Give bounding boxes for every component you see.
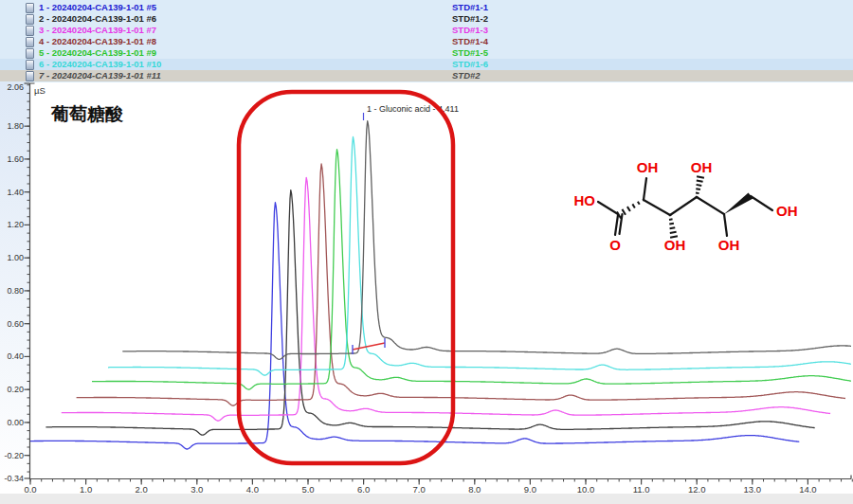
y-tick-label: 2.06 <box>7 82 24 92</box>
x-tick-label: 4.0 <box>246 484 259 495</box>
atom-label-carbonyl-o: O <box>609 237 621 253</box>
standard-label: STD#2 <box>452 70 481 81</box>
injection-legend: 1 - 20240204-CA139-1-01 #5STD#1-12 - 202… <box>0 0 853 84</box>
injection-label: 7 - 20240204-CA139-1-01 #11 <box>39 70 161 81</box>
x-tick-label: 10.0 <box>577 484 595 495</box>
y-tick-label: 1.20 <box>7 220 24 229</box>
hash-bond <box>696 192 699 193</box>
injection-icon <box>26 60 34 70</box>
injection-icon <box>26 26 34 36</box>
standard-label: STD#1-3 <box>452 25 488 36</box>
peak-label: 1 - Gluconic acid - 4.411 <box>367 104 459 114</box>
cn-compound-annotation: 葡萄糖酸 <box>50 104 124 124</box>
legend-row-7[interactable]: 7 - 20240204-CA139-1-01 #11STD#2 <box>0 70 853 81</box>
hash-bond <box>670 227 676 228</box>
injection-icon <box>26 37 34 47</box>
y-tick-label: 0.20 <box>7 385 24 394</box>
standard-label: STD#1-4 <box>452 36 488 47</box>
injection-label: 3 - 20240204-CA139-1-01 #7 <box>39 25 156 36</box>
injection-label: 2 - 20240204-CA139-1-01 #6 <box>39 13 156 25</box>
x-tick-label: 9.0 <box>524 484 536 495</box>
hash-bond <box>696 189 700 189</box>
atom-label-oh-c5: OH <box>718 237 740 253</box>
legend-row-5[interactable]: 5 - 20240204-CA139-1-01 #9STD#1-5 <box>0 47 853 59</box>
hash-bond <box>669 224 674 225</box>
standard-label: STD#1-5 <box>452 47 488 59</box>
chromatography-window: { "legend": { "background": "#dcebf8", "… <box>0 0 853 504</box>
x-tick-label: 14.0 <box>799 484 817 495</box>
legend-row-6[interactable]: 6 - 20240204-CA139-1-01 #10STD#1-6 <box>0 59 853 70</box>
y-tick-label: -0.34 <box>4 474 24 483</box>
y-tick-label: 1.40 <box>7 188 24 197</box>
injection-label: 4 - 20240204-CA139-1-01 #8 <box>39 36 156 47</box>
y-tick-label: 0.00 <box>7 418 24 427</box>
x-tick-label: 1.0 <box>80 484 92 495</box>
x-tick-label: 8.0 <box>468 484 481 495</box>
injection-label: 1 - 20240204-CA139-1-01 #5 <box>39 2 156 13</box>
hash-bond <box>669 219 673 220</box>
y-tick-label: 0.80 <box>7 286 24 296</box>
atom-label-oh-c4: OH <box>691 159 713 175</box>
injection-icon <box>26 71 34 81</box>
atom-label-oh-c3: OH <box>664 237 686 253</box>
legend-row-1[interactable]: 1 - 20240204-CA139-1-01 #5STD#1-1 <box>0 2 853 13</box>
injection-icon <box>26 48 34 59</box>
x-tick-label: 13.0 <box>744 484 762 495</box>
injection-icon <box>26 14 34 25</box>
standard-label: STD#1-1 <box>452 2 488 13</box>
x-tick-label: 0.0 <box>24 484 36 495</box>
hash-bond <box>697 181 703 182</box>
y-tick-label: 1.00 <box>7 253 24 262</box>
y-tick-label: 1.80 <box>7 121 24 131</box>
atom-label-oh-c2: OH <box>637 159 659 175</box>
injection-label: 6 - 20240204-CA139-1-01 #10 <box>39 59 161 70</box>
atom-label-ho: HO <box>574 192 596 208</box>
chromatogram-plot: 2.061.801.601.401.201.000.800.600.400.20… <box>0 82 853 504</box>
x-tick-label: 6.0 <box>357 484 370 495</box>
atom-label-oh-c6: OH <box>776 203 798 219</box>
hash-bond <box>697 185 702 186</box>
standard-label: STD#1-6 <box>452 59 488 70</box>
bottom-strip <box>0 494 853 504</box>
x-tick-label: 2.0 <box>136 484 148 495</box>
legend-row-3[interactable]: 3 - 20240204-CA139-1-01 #7STD#1-3 <box>0 25 853 36</box>
x-tick-label: 7.0 <box>413 484 426 495</box>
x-tick-label: 12.0 <box>688 484 706 495</box>
legend-row-4[interactable]: 4 - 20240204-CA139-1-01 #8STD#1-4 <box>0 36 853 47</box>
injection-icon <box>26 3 34 13</box>
standard-label: STD#1-2 <box>452 13 488 25</box>
hash-bond <box>670 232 677 233</box>
y-tick-label: -0.20 <box>4 451 24 460</box>
legend-row-2[interactable]: 2 - 20240204-CA139-1-01 #6STD#1-2 <box>0 13 853 25</box>
x-tick-label: 5.0 <box>301 484 314 495</box>
y-tick-label: 0.40 <box>7 351 24 361</box>
injection-label: 5 - 20240204-CA139-1-01 #9 <box>39 47 156 59</box>
x-tick-label: 11.0 <box>633 484 650 495</box>
y-tick-label: 1.60 <box>7 154 24 164</box>
y-tick-label: 0.60 <box>7 319 24 329</box>
y-unit-label: µS <box>34 85 45 96</box>
plot-background <box>0 82 853 504</box>
x-tick-label: 3.0 <box>191 484 203 495</box>
